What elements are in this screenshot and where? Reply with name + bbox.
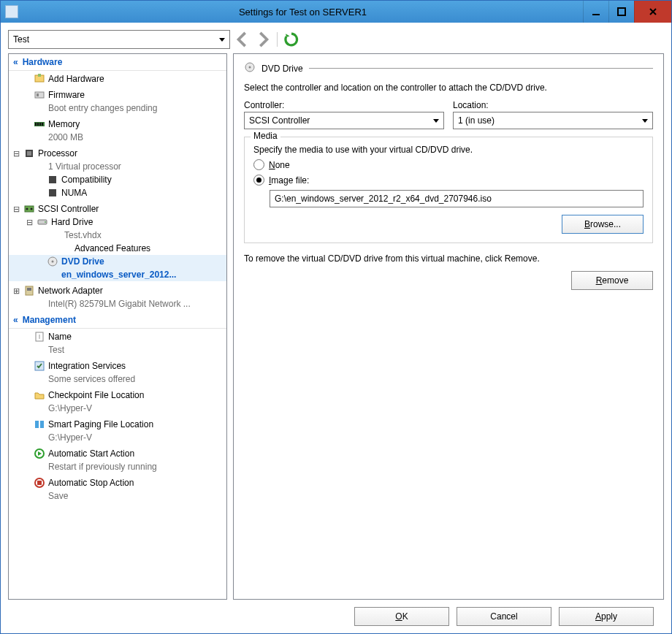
tree-hard-drive[interactable]: ⊟ Hard Drive (9, 215, 226, 229)
apply-button[interactable]: ApplyApply (559, 607, 654, 626)
controller-select[interactable]: SCSI Controller (244, 112, 444, 129)
tree-item-label: Hard Drive (51, 217, 93, 228)
divider (309, 68, 653, 69)
svg-point-19 (45, 221, 46, 223)
maximize-button[interactable] (608, 1, 634, 23)
media-desc: Specify the media to use with your virtu… (253, 145, 644, 155)
svg-rect-14 (49, 189, 56, 196)
toolbar: Test (8, 30, 664, 49)
tree-paging-location[interactable]: Smart Paging File Location (9, 418, 226, 431)
tree-processor[interactable]: ⊟ Processor (9, 147, 226, 160)
tree-item-label: SCSI Controller (38, 204, 99, 215)
image-path-value: G:\en_windows_server_2012_r2_x64_dvd_270… (275, 194, 492, 204)
tree-compatibility[interactable]: Compatibility (9, 173, 226, 186)
controller-label: Controller: (244, 100, 444, 110)
tree-item-label: Firmware (48, 90, 85, 101)
section-hardware[interactable]: « Hardware (9, 54, 226, 71)
add-hardware-icon (34, 73, 45, 85)
radio-icon (253, 159, 264, 170)
ok-button[interactable]: OKOK (354, 607, 449, 626)
controller-icon (23, 203, 35, 215)
tree-add-hardware[interactable]: Add Hardware (9, 72, 226, 85)
autostart-icon (34, 448, 45, 459)
svg-point-33 (249, 66, 251, 69)
dvd-drive-icon (244, 61, 256, 75)
tree-dvd-drive-sub: en_windows_server_2012... (9, 268, 226, 281)
svg-rect-31 (37, 481, 42, 485)
collapse-toggle-icon[interactable]: ⊟ (25, 217, 34, 228)
client-area: Test « Hardware Add Hardw (1, 23, 671, 633)
processor-icon (23, 148, 35, 159)
svg-rect-28 (40, 421, 44, 428)
tree-dvd-drive[interactable]: DVD Drive (9, 255, 226, 268)
media-group: Media Specify the media to use with your… (244, 137, 653, 243)
dvd-drive-icon (47, 256, 58, 267)
svg-rect-12 (27, 151, 31, 156)
close-button[interactable] (634, 1, 671, 23)
tree-firmware[interactable]: Firmware (9, 88, 226, 102)
tree-autostart[interactable]: Automatic Start Action (9, 447, 226, 460)
tree-network-adapter[interactable]: ⊞ Network Adapter (9, 284, 226, 297)
settings-tree[interactable]: « Hardware Add Hardware Firmware (8, 53, 227, 600)
vm-selector[interactable]: Test (8, 30, 230, 49)
tree-memory[interactable]: Memory (9, 118, 226, 131)
app-icon (5, 5, 18, 18)
tree-scsi-controller[interactable]: ⊟ SCSI Controller (9, 202, 226, 215)
minimize-button[interactable] (583, 1, 608, 23)
tree-firmware-sub: Boot entry changes pending (9, 102, 226, 115)
tree-numa[interactable]: NUMA (9, 186, 226, 199)
details-intro: Select the controller and location on th… (244, 83, 653, 93)
svg-text:I: I (39, 333, 41, 340)
nav-forward-button[interactable] (255, 31, 271, 47)
name-icon: I (34, 331, 45, 343)
toolbar-separator (277, 32, 278, 47)
tree-checkpoint-location[interactable]: Checkpoint File Location (9, 389, 226, 402)
processor-icon (47, 187, 58, 199)
tree-item-label: Network Adapter (38, 286, 103, 297)
titlebar: Settings for Test on SERVER1 (1, 1, 671, 23)
processor-icon (47, 174, 58, 186)
remove-button[interactable]: Remove Remove (571, 271, 653, 290)
tree-memory-sub: 2000 MB (9, 131, 226, 144)
svg-point-16 (26, 208, 28, 210)
cancel-button[interactable]: Cancel (457, 607, 551, 626)
browse-button[interactable]: Browse... Browse... (562, 215, 644, 234)
svg-point-21 (52, 261, 54, 263)
media-image-option[interactable]: Image file: Image file: (253, 175, 644, 186)
tree-advanced-features[interactable]: Advanced Features (9, 242, 226, 255)
tree-item-label: Add Hardware (48, 74, 104, 85)
refresh-button[interactable] (283, 31, 299, 47)
chevron-down-icon (642, 119, 648, 123)
controller-value: SCSI Controller (249, 115, 310, 126)
expand-toggle-icon[interactable]: ⊞ (12, 286, 20, 297)
radio-icon (253, 175, 264, 186)
hard-drive-icon (37, 216, 48, 228)
collapse-toggle-icon[interactable]: ⊟ (12, 148, 20, 159)
svg-point-17 (31, 208, 33, 210)
settings-window: Settings for Test on SERVER1 Test (0, 0, 672, 634)
section-management[interactable]: « Management (9, 312, 226, 329)
body: « Hardware Add Hardware Firmware (8, 53, 664, 600)
tree-integration[interactable]: Integration Services (9, 359, 226, 373)
chevron-down-icon (219, 38, 225, 42)
svg-rect-5 (37, 93, 39, 96)
tree-name[interactable]: IName (9, 330, 226, 343)
media-none-option[interactable]: NNoneone (253, 159, 644, 170)
tree-paging-location-sub: G:\Hyper-V (9, 431, 226, 444)
collapse-icon: « (13, 57, 18, 67)
svg-rect-9 (39, 123, 41, 126)
tree-hard-drive-sub: Test.vhdx (9, 229, 226, 242)
image-path-input[interactable]: G:\en_windows_server_2012_r2_x64_dvd_270… (270, 190, 644, 207)
collapse-toggle-icon[interactable]: ⊟ (12, 204, 20, 215)
firmware-icon (34, 89, 45, 101)
svg-rect-4 (35, 92, 44, 98)
svg-rect-23 (27, 288, 31, 291)
tree-autostart-sub: Restart if previously running (9, 460, 226, 473)
chevron-down-icon (433, 119, 439, 123)
location-value: 1 (in use) (458, 115, 495, 126)
tree-autostop[interactable]: Automatic Stop Action (9, 476, 226, 489)
nav-back-button[interactable] (234, 31, 251, 47)
details-header: DVD Drive (244, 61, 653, 75)
svg-rect-10 (42, 123, 43, 126)
location-select[interactable]: 1 (in use) (453, 112, 653, 129)
